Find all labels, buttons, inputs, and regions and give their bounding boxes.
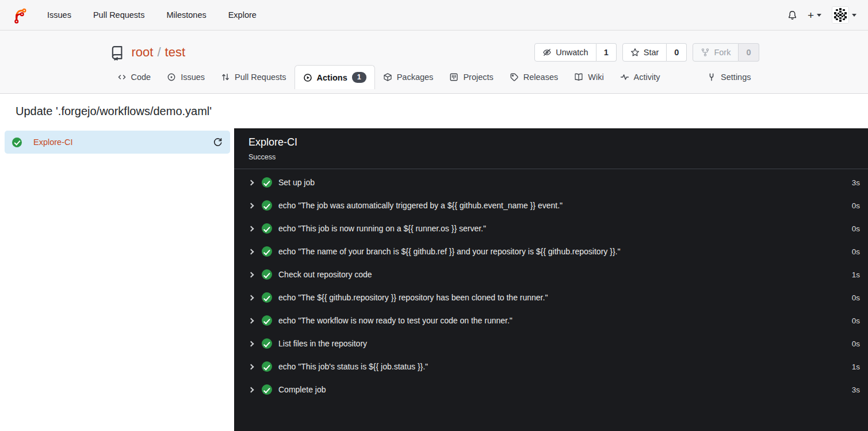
- repo-name-link[interactable]: test: [165, 45, 185, 59]
- step-duration: 0s: [852, 247, 860, 256]
- star-button-group: Star 0: [622, 43, 687, 62]
- create-new-dropdown[interactable]: +: [808, 10, 821, 21]
- star-button[interactable]: Star: [622, 43, 667, 62]
- step-row[interactable]: echo "The workflow is now ready to test …: [234, 309, 868, 332]
- check-success-icon: [262, 315, 272, 326]
- tab-actions[interactable]: Actions 1: [295, 65, 375, 89]
- run-status-text: Success: [248, 153, 854, 161]
- tab-projects[interactable]: Projects: [441, 65, 501, 89]
- tab-settings[interactable]: Settings: [699, 65, 759, 89]
- step-duration: 3s: [852, 386, 860, 394]
- plus-icon: +: [808, 10, 814, 21]
- book-open-icon: [574, 73, 583, 82]
- run-job-title: Explore-CI: [248, 136, 854, 148]
- step-label: echo "The job was automatically triggere…: [278, 201, 563, 210]
- nav-issues[interactable]: Issues: [47, 10, 71, 20]
- step-label: echo "The workflow is now ready to test …: [278, 316, 513, 325]
- tag-icon: [510, 73, 519, 82]
- nav-explore[interactable]: Explore: [228, 10, 257, 20]
- step-label: echo "This job's status is ${{ job.statu…: [278, 362, 428, 371]
- stars-count-button[interactable]: 0: [667, 43, 687, 62]
- unwatch-label: Unwatch: [556, 48, 588, 57]
- check-success-icon: [12, 138, 22, 147]
- tab-issues[interactable]: Issues: [159, 65, 213, 89]
- check-success-icon: [262, 338, 272, 349]
- tab-releases[interactable]: Releases: [502, 65, 566, 89]
- nav-pull-requests[interactable]: Pull Requests: [93, 10, 144, 20]
- repo-action-buttons: Unwatch 1 Star 0: [534, 43, 759, 62]
- tab-label: Packages: [397, 73, 434, 82]
- check-success-icon: [262, 223, 272, 234]
- tab-code[interactable]: Code: [109, 65, 159, 89]
- play-circle-icon: [303, 73, 312, 82]
- step-row[interactable]: echo "This job is now running on a ${{ r…: [234, 217, 868, 240]
- navbar-right-cluster: +: [787, 6, 856, 24]
- check-success-icon: [262, 200, 272, 211]
- star-label: Star: [644, 48, 659, 57]
- check-success-icon: [262, 246, 272, 257]
- step-label: List files in the repository: [278, 339, 367, 348]
- tab-label: Wiki: [588, 73, 603, 82]
- step-row[interactable]: echo "The job was automatically triggere…: [234, 194, 868, 217]
- chevron-right-icon: [248, 364, 254, 369]
- step-duration: 1s: [852, 270, 860, 279]
- actions-count-badge: 1: [352, 72, 366, 83]
- chevron-right-icon: [248, 226, 254, 231]
- tab-packages[interactable]: Packages: [375, 65, 442, 89]
- notifications-button[interactable]: [787, 10, 797, 20]
- chevron-right-icon: [248, 341, 254, 346]
- tab-wiki[interactable]: Wiki: [566, 65, 611, 89]
- pulse-icon: [620, 73, 629, 82]
- avatar: [832, 6, 849, 24]
- repo-header-section: root/test Unwatch 1: [0, 30, 868, 94]
- fork-button-group: Fork 0: [693, 43, 759, 62]
- check-success-icon: [262, 269, 272, 280]
- fork-button[interactable]: Fork: [693, 43, 739, 62]
- step-row[interactable]: echo "The name of your branch is ${{ git…: [234, 240, 868, 263]
- check-success-icon: [262, 384, 272, 395]
- run-title-section: Update '.forgejo/workflows/demo.yaml': [0, 94, 868, 128]
- forks-count-button[interactable]: 0: [739, 43, 759, 62]
- chevron-right-icon: [248, 295, 254, 300]
- bell-icon: [787, 10, 797, 20]
- step-row[interactable]: echo "This job's status is ${{ job.statu…: [234, 355, 868, 378]
- check-success-icon: [262, 292, 272, 303]
- chevron-right-icon: [248, 272, 254, 277]
- code-icon: [117, 73, 127, 82]
- watchers-count-button[interactable]: 1: [596, 43, 617, 62]
- step-row[interactable]: echo "The ${{ github.repository }} repos…: [234, 286, 868, 309]
- run-panel-header: Explore-CI Success: [234, 128, 868, 169]
- step-row[interactable]: Set up job 3s: [234, 171, 868, 194]
- check-success-icon: [262, 361, 272, 372]
- star-icon: [630, 48, 640, 57]
- eye-slash-icon: [542, 48, 552, 57]
- tab-pull-requests[interactable]: Pull Requests: [213, 65, 294, 89]
- step-row[interactable]: List files in the repository 0s: [234, 332, 868, 355]
- tab-label: Settings: [721, 73, 751, 82]
- user-menu[interactable]: [832, 6, 856, 24]
- nav-milestones[interactable]: Milestones: [166, 10, 206, 20]
- forgejo-logo-icon: [12, 6, 29, 24]
- actions-run-view: Explore-CI Explore-CI Success Set up job: [0, 128, 868, 431]
- step-duration: 3s: [852, 178, 860, 187]
- tab-activity[interactable]: Activity: [612, 65, 668, 89]
- repo-owner-link[interactable]: root: [132, 45, 154, 59]
- job-item-explore-ci[interactable]: Explore-CI: [5, 131, 230, 154]
- issue-icon: [167, 73, 176, 82]
- step-duration: 0s: [852, 201, 860, 210]
- tab-label: Code: [131, 73, 151, 82]
- tab-label: Activity: [634, 73, 660, 82]
- step-label: Complete job: [278, 385, 326, 394]
- chevron-right-icon: [248, 180, 254, 185]
- chevron-right-icon: [248, 249, 254, 254]
- forgejo-logo[interactable]: [12, 5, 30, 25]
- unwatch-button[interactable]: Unwatch: [534, 43, 596, 62]
- rerun-job-button[interactable]: [213, 138, 223, 147]
- job-label: Explore-CI: [33, 138, 73, 147]
- tools-icon: [707, 73, 716, 82]
- repo-icon: [109, 45, 125, 60]
- watch-button-group: Unwatch 1: [534, 43, 617, 62]
- step-row[interactable]: Check out repository code 1s: [234, 263, 868, 286]
- step-row[interactable]: Complete job 3s: [234, 378, 868, 401]
- package-icon: [383, 73, 392, 82]
